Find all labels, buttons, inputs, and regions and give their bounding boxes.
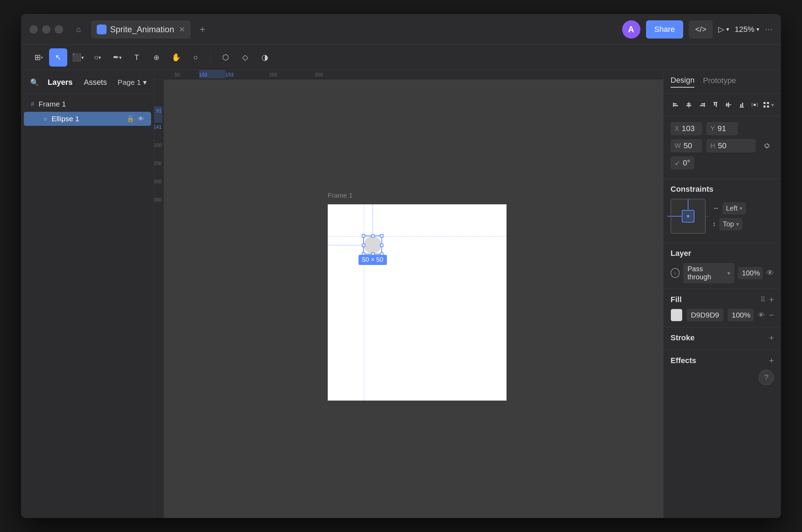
align-center-h-button[interactable] <box>684 98 694 112</box>
zoom-dropdown-arrow: ▾ <box>756 26 759 33</box>
zoom-control[interactable]: 125% ▾ <box>735 25 759 34</box>
handle-tc[interactable] <box>371 234 375 238</box>
share-button[interactable]: Share <box>646 20 684 39</box>
x-field[interactable]: X 103 <box>671 122 702 135</box>
svg-rect-1 <box>674 103 677 104</box>
maximize-button[interactable] <box>55 25 63 34</box>
sidebar-tabs: 🔍 Layers Assets Page 1 ▾ <box>21 70 154 94</box>
y-field[interactable]: Y 91 <box>706 122 738 135</box>
opacity-field[interactable]: 100% <box>738 267 763 279</box>
design-tab[interactable]: Design <box>671 76 694 88</box>
vertical-constraint-arrow: ▾ <box>736 221 739 227</box>
frame-layer-item[interactable]: # Frame 1 <box>24 97 151 111</box>
blend-mode-icon: ○ <box>671 268 680 278</box>
help-area: ? <box>664 371 781 392</box>
help-button[interactable]: ? <box>759 370 774 385</box>
align-left-button[interactable] <box>671 98 681 112</box>
fill-opacity-value[interactable]: 100% <box>728 309 754 321</box>
handle-tl[interactable] <box>362 234 365 238</box>
close-button[interactable] <box>29 25 38 34</box>
prototype-tab[interactable]: Prototype <box>703 76 736 87</box>
component-tool-button[interactable]: ⊕ <box>147 48 165 67</box>
minimize-button[interactable] <box>42 25 50 34</box>
code-button[interactable]: </> <box>689 20 713 39</box>
pen-icon: ✒ <box>113 53 119 62</box>
assets-tab[interactable]: Assets <box>80 76 111 89</box>
svg-rect-9 <box>713 102 718 103</box>
visibility-icon[interactable]: 👁 <box>138 115 144 123</box>
horizontal-constraint-select[interactable]: Left ▾ <box>722 202 746 214</box>
home-button[interactable]: ⌂ <box>72 22 86 36</box>
lock-icon[interactable]: 🔒 <box>127 115 134 123</box>
stroke-section: Stroke + <box>664 327 781 350</box>
play-button[interactable]: ▷ ▾ <box>718 25 729 34</box>
fill-remove-button[interactable]: − <box>769 310 774 320</box>
selection-colors-button[interactable]: ⬡ <box>216 48 235 67</box>
align-center-v-button[interactable] <box>723 98 734 112</box>
search-button[interactable]: 🔍 <box>28 76 41 89</box>
effects-add-button[interactable]: + <box>769 356 774 366</box>
ruler-left-inner: 91 141 200 250 300 350 <box>154 80 162 518</box>
layer-visibility-button[interactable]: 👁 <box>766 268 774 278</box>
ellipse-wrapper[interactable]: 50 × 50 <box>364 236 381 254</box>
handle-tr[interactable] <box>380 234 383 238</box>
text-tool-button[interactable]: T <box>128 48 146 67</box>
add-tab-button[interactable]: + <box>196 23 209 36</box>
main-area: 🔍 Layers Assets Page 1 ▾ # Frame 1 ○ Ell… <box>21 70 781 518</box>
plugin-button[interactable]: ◇ <box>236 48 254 67</box>
tab-label: Sprite_Animation <box>110 25 174 34</box>
pen-tool-button[interactable]: ✒ ▾ <box>108 48 126 67</box>
ellipse-layer-item[interactable]: ○ Ellipse 1 🔒 👁 <box>24 112 151 126</box>
h-field[interactable]: H 50 <box>706 139 756 152</box>
fill-visibility-button[interactable]: 👁 <box>758 311 765 319</box>
page-selector[interactable]: Page 1 ▾ <box>117 78 147 87</box>
handle-ml[interactable] <box>362 244 365 247</box>
w-field[interactable]: W 50 <box>671 139 702 152</box>
ruler-mark-50: 50 <box>175 72 180 77</box>
w-value: 50 <box>684 141 692 150</box>
ruler-highlight <box>199 70 225 78</box>
align-bottom-button[interactable] <box>736 98 747 112</box>
stroke-add-button[interactable]: + <box>769 333 774 343</box>
select-tool-button[interactable]: ↖ <box>49 48 67 67</box>
tidy-button[interactable]: ▾ <box>763 101 774 108</box>
grid-tool-button[interactable]: ⊞ ▾ <box>29 48 48 67</box>
horizontal-constraint-icon: ↔ <box>713 205 719 212</box>
align-right-button[interactable] <box>697 98 707 112</box>
distribute-button[interactable] <box>749 98 760 112</box>
svg-rect-6 <box>704 103 705 107</box>
align-top-button[interactable] <box>710 98 721 112</box>
layer-title: Layer <box>671 249 774 258</box>
fill-hex-value[interactable]: D9D9D9 <box>687 309 723 321</box>
comment-tool-button[interactable]: ○ <box>186 48 205 67</box>
frame-tool-button[interactable]: ⬛ ▾ <box>69 48 87 67</box>
fill-add-button[interactable]: + <box>769 295 774 305</box>
frame-canvas[interactable]: 50 × 50 <box>328 204 507 401</box>
ellipse-tool-button[interactable]: ○ ▾ <box>88 48 107 67</box>
angle-field[interactable]: ↙ 0° <box>671 156 694 170</box>
svg-rect-7 <box>701 103 704 104</box>
h-value: 50 <box>718 141 726 150</box>
tab-close-button[interactable]: ✕ <box>179 25 185 34</box>
svg-rect-10 <box>714 103 715 105</box>
effects-section: Effects + <box>664 350 781 371</box>
handle-mr[interactable] <box>380 244 383 247</box>
fill-color-swatch[interactable] <box>671 309 682 321</box>
fill-style-button[interactable]: ⠿ <box>760 295 766 304</box>
avatar[interactable]: A <box>622 20 640 39</box>
vertical-constraint-select[interactable]: Top ▾ <box>719 218 742 230</box>
contrast-button[interactable]: ◑ <box>256 48 274 67</box>
link-proportions-button[interactable] <box>760 139 774 153</box>
layers-tab[interactable]: Layers <box>43 76 77 89</box>
svg-rect-20 <box>754 104 756 106</box>
comment-icon: ○ <box>193 53 198 62</box>
main-tools: ⊞ ▾ ↖ ⬛ ▾ ○ ▾ ✒ ▾ T ⊕ <box>29 48 205 67</box>
canvas-area[interactable]: 50 103 153 250 350 91 141 200 250 <box>154 70 663 518</box>
more-button[interactable]: ··· <box>765 24 773 35</box>
canvas-content[interactable]: Frame 1 <box>164 80 663 518</box>
hand-tool-button[interactable]: ✋ <box>167 48 185 67</box>
active-tab[interactable]: Sprite_Animation ✕ <box>91 20 191 39</box>
plugin-icon: ◇ <box>242 53 248 62</box>
constraints-title: Constraints <box>671 185 774 194</box>
blend-mode-select[interactable]: Pass through ▾ <box>683 263 734 283</box>
